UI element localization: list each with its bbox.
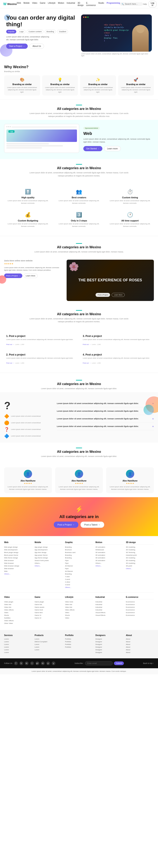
footer-graphic-item-10[interactable]: Branding bbox=[65, 573, 93, 575]
footer-graphic-item-4[interactable]: Branding bbox=[65, 557, 93, 559]
footer-mobile-item-0[interactable]: App plugin design bbox=[34, 546, 62, 548]
showcase-learn-button[interactable]: Learn More bbox=[24, 274, 37, 278]
footer-web-item-1[interactable]: Web development bbox=[4, 549, 32, 551]
footer-video-item-5[interactable]: Shorts bbox=[4, 614, 32, 616]
footer-motion-item-3[interactable]: 3D animation bbox=[96, 554, 124, 556]
footer-ecommerce-item-0[interactable]: Ecommerce bbox=[126, 601, 154, 603]
cta-project-button[interactable]: Post a Project → bbox=[54, 522, 78, 528]
footer-game-item-6[interactable]: Game UI bbox=[34, 617, 62, 619]
footer-industrial-item-2[interactable]: Industrial bbox=[96, 606, 124, 608]
footer-3d-item-1[interactable]: 3D modeling bbox=[126, 549, 154, 551]
footer-web-item-2[interactable]: Block plugin design bbox=[4, 552, 32, 553]
footer-3d-item-7[interactable]: 3D point bbox=[126, 565, 154, 567]
footer-web-item-0[interactable]: Web plugin design bbox=[4, 546, 32, 548]
footer-graphic-item-3[interactable]: Branding bbox=[65, 554, 93, 556]
nav-motion[interactable]: Motion bbox=[58, 2, 64, 6]
hero-about-button[interactable]: About Us bbox=[29, 43, 44, 49]
nav-ecommerce[interactable]: E-commerce bbox=[86, 2, 96, 6]
footer-mobile-item-4[interactable]: App theme design bbox=[34, 557, 62, 559]
footer-graphic-item-6[interactable]: Flyer bbox=[65, 562, 93, 564]
footer-video-item-1[interactable]: Video link bbox=[4, 603, 32, 606]
footer-services-item-3[interactable]: Lorem bbox=[4, 646, 32, 648]
footer-3d-item-5[interactable]: 3D modeling bbox=[126, 560, 154, 561]
nav-3d[interactable]: 3D design bbox=[78, 2, 83, 6]
footer-portfolio-item-3[interactable]: Portfolio bbox=[65, 646, 93, 648]
footer-lifestyle-item-2[interactable]: Video link bbox=[65, 606, 93, 608]
nav-web[interactable]: Web bbox=[17, 2, 21, 6]
footer-about-item-3[interactable]: About bbox=[126, 646, 154, 648]
footer-graphic-item-5[interactable]: Flyer bbox=[65, 560, 93, 561]
footer-game-item-5[interactable]: Game UI bbox=[34, 614, 62, 616]
footer-game-item-1[interactable]: Game link bbox=[34, 603, 62, 606]
faq-item-2[interactable]: Lorem ipsum dolor sit amet consectetuer … bbox=[57, 415, 154, 423]
nav-mobile[interactable]: Mobile bbox=[24, 2, 30, 6]
footer-mobile-item-5[interactable]: Search fonts power bbox=[34, 560, 62, 561]
faq-item-3[interactable]: Lorem ipsum dolor sit amet consectetuer … bbox=[57, 423, 154, 430]
footer-services-item-2[interactable]: Lorem bbox=[4, 644, 32, 645]
footer-web-item-9[interactable]: Web bbox=[4, 570, 32, 572]
footer-designers-item-4[interactable]: Designer bbox=[96, 649, 124, 651]
tab-logo[interactable]: Logo bbox=[18, 30, 25, 33]
footer-graphic-item-14[interactable]: 3 word bbox=[65, 584, 93, 586]
footer-products-item-1[interactable]: DMCA Complaint bbox=[34, 641, 62, 643]
social-behance[interactable]: b bbox=[20, 661, 23, 665]
footer-web-item-3[interactable]: Block power theme bbox=[4, 554, 32, 556]
social-medium[interactable]: m bbox=[41, 661, 45, 665]
nav-video[interactable]: Video bbox=[32, 2, 37, 6]
overlay-project-button[interactable]: Post a Project bbox=[96, 293, 110, 297]
footer-designers-item-1[interactable]: Designer bbox=[96, 641, 124, 643]
footer-video-item-4[interactable]: Video bbox=[4, 612, 32, 614]
footer-portfolio-item-0[interactable]: Portfolio bbox=[65, 638, 93, 640]
footer-web-item-5[interactable]: Web browser bbox=[4, 560, 32, 561]
footer-web-item-8[interactable]: Web browser bbox=[4, 568, 32, 569]
nav-game[interactable]: Game bbox=[40, 2, 45, 6]
footer-lifestyle-item-3[interactable]: Video effects bbox=[65, 609, 93, 611]
footer-motion-item-4[interactable]: 3D animation bbox=[96, 557, 124, 559]
cta-talent-button[interactable]: Post a Talent → bbox=[80, 522, 104, 528]
tab-branding[interactable]: Branding bbox=[45, 30, 56, 33]
footer-video-item-2[interactable]: Video link bbox=[4, 606, 32, 608]
footer-about-item-5[interactable]: About bbox=[126, 652, 154, 653]
footer-web-item-7[interactable]: Web browser design bbox=[4, 565, 32, 567]
tab-gradient[interactable]: Gradient bbox=[57, 30, 68, 33]
footer-graphic-item-9[interactable]: Art Banner bbox=[65, 570, 93, 572]
social-pinterest[interactable]: p bbox=[46, 661, 50, 665]
footer-ecommerce-item-5[interactable]: Ecommerce bbox=[126, 614, 154, 616]
footer-graphic-item-11[interactable]: T-shirt bbox=[65, 576, 93, 578]
subscribe-button[interactable]: Submit bbox=[114, 661, 124, 665]
footer-lifestyle-item-1[interactable]: Video link bbox=[65, 603, 93, 606]
showcase-project-button[interactable]: Post a Project → bbox=[4, 274, 22, 278]
footer-portfolio-item-1[interactable]: Portfolio bbox=[65, 641, 93, 643]
footer-graphic-item-12[interactable]: 2 word bbox=[65, 579, 93, 580]
footer-motion-item-0[interactable]: 2D animation bbox=[96, 546, 124, 548]
footer-lifestyle-item-6[interactable]: Video bbox=[65, 617, 93, 619]
faq-plus-2[interactable]: + bbox=[152, 417, 154, 421]
footer-game-item-0[interactable]: Game plugin bbox=[34, 601, 62, 603]
footer-game-item-2[interactable]: Game assets bbox=[34, 606, 62, 608]
footer-graphic-item-8[interactable]: Flyer bbox=[65, 568, 93, 569]
tab-popular[interactable]: Popular bbox=[6, 30, 16, 33]
nav-studio[interactable]: Studio bbox=[98, 2, 104, 6]
footer-products-item-0[interactable]: Lorem bbox=[34, 638, 62, 640]
web-learn-button[interactable]: Learn more bbox=[104, 146, 121, 151]
footer-lifestyle-item-5[interactable]: Shorts bbox=[65, 614, 93, 616]
nav-programming[interactable]: Programming bbox=[106, 2, 120, 6]
footer-industrial-item-3[interactable]: Industrial bbox=[96, 609, 124, 611]
footer-lifestyle-item-4[interactable]: Video bbox=[65, 612, 93, 614]
footer-graphic-item-2[interactable]: Business card bbox=[65, 552, 93, 553]
footer-ecommerce-item-3[interactable]: Ecommerce bbox=[126, 609, 154, 611]
footer-designers-item-0[interactable]: Designer bbox=[96, 638, 124, 640]
footer-about-item-0[interactable]: About bbox=[126, 638, 154, 640]
social-google[interactable]: g+ bbox=[35, 661, 39, 665]
footer-3d-more[interactable]: Others... bbox=[126, 568, 154, 569]
web-started-button[interactable]: Get Started → bbox=[83, 146, 102, 151]
footer-designers-item-2[interactable]: Designer bbox=[96, 644, 124, 645]
footer-products-item-2[interactable]: Lorem bbox=[34, 644, 62, 645]
footer-designers-item-5[interactable]: Designer bbox=[96, 652, 124, 653]
footer-mobile-more[interactable]: Others... bbox=[34, 565, 62, 567]
footer-services-item-1[interactable]: Lorem bbox=[4, 641, 32, 643]
footer-web-item-4[interactable]: Web theme design bbox=[4, 557, 32, 559]
social-linkedin[interactable]: in bbox=[25, 661, 29, 665]
overlay-learn-button[interactable]: Learn More bbox=[112, 293, 125, 297]
footer-designers-item-3[interactable]: Designer bbox=[96, 646, 124, 648]
